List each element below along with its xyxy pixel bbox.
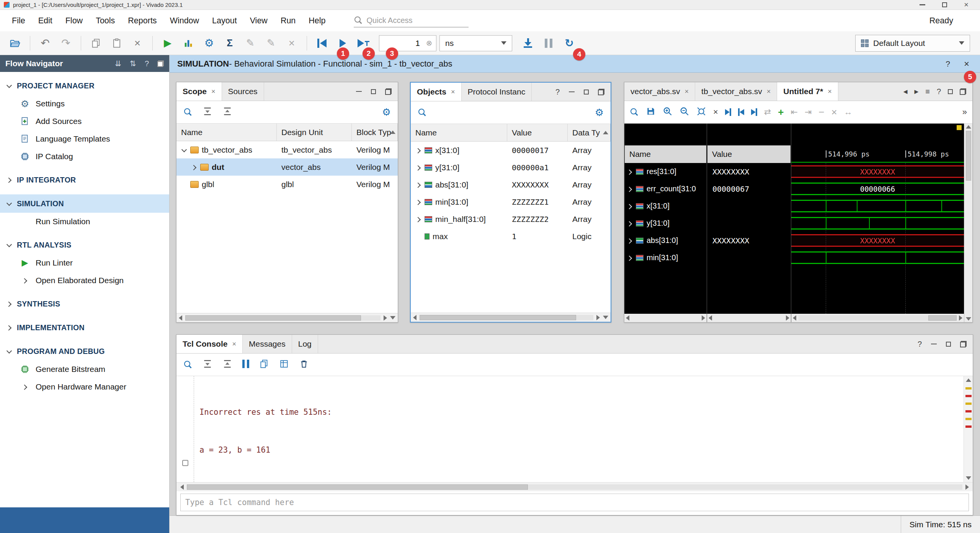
delete-button[interactable]: × — [129, 34, 146, 52]
chevron-right-icon[interactable] — [627, 186, 633, 192]
wave-value-row[interactable]: 00000067 — [707, 180, 791, 197]
column-header-design-unit[interactable]: Design Unit — [277, 124, 352, 141]
table-row[interactable]: max 1 Logic — [411, 228, 611, 245]
close-icon[interactable]: × — [451, 88, 455, 96]
sidebar-item-language-templates[interactable]: Language Templates — [0, 130, 169, 148]
vertical-scrollbar[interactable] — [964, 124, 972, 322]
horizontal-scrollbar[interactable] — [707, 314, 791, 322]
menu-run[interactable]: Run — [274, 16, 302, 26]
float-icon[interactable] — [157, 60, 164, 67]
sidebar-section-synthesis[interactable]: SYNTHESIS — [0, 295, 169, 313]
waveform-plot[interactable]: 514,996 ps 514,998 ps XXXXXXXX 00000066 … — [791, 124, 964, 322]
sidebar-item-add-sources[interactable]: Add Sources — [0, 112, 169, 130]
column-header-name[interactable]: Name — [411, 124, 507, 141]
expand-all-icon[interactable] — [222, 359, 232, 371]
wave-signal-row[interactable]: err_count[31:0 — [624, 180, 707, 197]
previous-transition-icon[interactable] — [738, 108, 744, 116]
wave-signal-row[interactable]: min[31:0] — [624, 249, 707, 266]
zoom-fit-icon[interactable] — [696, 106, 706, 118]
zoom-in-icon[interactable] — [663, 106, 673, 118]
overflow-icon[interactable]: » — [962, 107, 967, 117]
scroll-left-icon[interactable] — [180, 484, 184, 490]
horizontal-scrollbar[interactable] — [624, 314, 707, 322]
column-header-value[interactable]: Value — [707, 145, 791, 163]
time-unit-select[interactable]: ns — [439, 35, 512, 51]
pause-output-icon[interactable] — [242, 360, 249, 370]
tab-vector-abs-sv[interactable]: vector_abs.sv × — [624, 82, 695, 101]
scroll-up-icon[interactable] — [390, 130, 395, 134]
scroll-down-icon[interactable] — [966, 476, 971, 480]
help-icon[interactable]: ? — [937, 87, 941, 96]
tab-messages[interactable]: Messages — [243, 335, 292, 353]
maximize-icon[interactable] — [371, 89, 376, 94]
scroll-left-icon[interactable] — [413, 315, 416, 320]
scroll-left-icon[interactable] — [709, 315, 712, 321]
wave-signal-row[interactable]: y[31:0] — [624, 215, 707, 232]
sidebar-item-generate-bitstream[interactable]: Generate Bitstream — [0, 360, 169, 378]
settings-button[interactable]: ⚙ — [200, 34, 218, 52]
tab-objects[interactable]: Objects × — [411, 83, 462, 101]
sidebar-item-settings[interactable]: ⚙ Settings — [0, 95, 169, 112]
edit-constraints-button[interactable]: ✎ — [242, 34, 259, 52]
remove-marker-icon[interactable]: − — [818, 106, 824, 118]
float-icon[interactable] — [960, 341, 967, 347]
tab-log[interactable]: Log — [292, 335, 318, 353]
menu-edit[interactable]: Edit — [32, 16, 59, 26]
scroll-up-icon[interactable] — [966, 125, 971, 129]
sidebar-section-ip-integrator[interactable]: IP INTEGRATOR — [0, 171, 169, 189]
table-row[interactable]: x[31:0] 00000017 Array — [411, 142, 611, 159]
redo-button[interactable]: ↷ — [57, 34, 75, 52]
wave-value-row[interactable]: XXXXXXXX — [707, 163, 791, 180]
gear-icon[interactable]: ⚙ — [595, 107, 604, 119]
close-icon[interactable]: × — [232, 340, 236, 348]
tab-scroll-right-icon[interactable]: ▶ — [914, 88, 918, 95]
search-icon[interactable] — [418, 108, 427, 117]
sidebar-section-implementation[interactable]: IMPLEMENTATION — [0, 318, 169, 337]
table-row[interactable]: y[31:0] 000000a1 Array — [411, 159, 611, 176]
scroll-right-icon[interactable] — [384, 315, 387, 321]
minimize-icon[interactable] — [931, 344, 937, 345]
horizontal-scrollbar[interactable] — [791, 314, 964, 322]
tab-tcl-console[interactable]: Tcl Console × — [176, 335, 243, 353]
chevron-right-icon[interactable] — [415, 182, 421, 188]
run-flow-button[interactable]: ▶ — [159, 34, 176, 52]
scroll-right-icon[interactable] — [702, 315, 705, 321]
help-icon[interactable]: ? — [946, 59, 950, 68]
scroll-left-icon[interactable] — [626, 315, 629, 321]
scroll-down-icon[interactable] — [390, 316, 395, 319]
search-icon[interactable] — [183, 108, 193, 117]
scroll-left-icon[interactable] — [793, 315, 796, 321]
scroll-up-icon[interactable] — [603, 131, 608, 134]
go-to-time-icon[interactable] — [725, 108, 731, 116]
table-row[interactable]: glbl glbl Verilog M — [176, 176, 398, 193]
scrollbar-thumb[interactable] — [966, 131, 971, 181]
close-icon[interactable]: × — [964, 59, 969, 69]
collapse-all-icon[interactable]: ⇊ — [115, 59, 121, 68]
scroll-down-icon[interactable] — [966, 317, 971, 321]
open-project-button[interactable] — [6, 34, 24, 52]
help-icon[interactable]: ? — [145, 59, 149, 68]
maximize-icon[interactable] — [948, 89, 953, 94]
chevron-right-icon[interactable] — [627, 238, 633, 244]
sidebar-section-project-manager[interactable]: PROJECT MANAGER — [0, 77, 169, 95]
sidebar-item-ip-catalog[interactable]: IP Catalog — [0, 148, 169, 165]
edit-button[interactable]: ✎ — [262, 34, 280, 52]
sidebar-item-run-linter[interactable]: ▶ Run Linter — [0, 254, 169, 272]
help-icon[interactable]: ? — [555, 88, 560, 96]
chevron-right-icon[interactable] — [415, 216, 421, 222]
clear-time-icon[interactable]: ⊗ — [426, 39, 432, 47]
minimize-icon[interactable] — [356, 91, 362, 92]
menu-view[interactable]: View — [243, 16, 274, 26]
cancel-button[interactable]: × — [283, 34, 301, 52]
next-marker-icon[interactable]: ⇥ — [805, 107, 812, 117]
menu-layout[interactable]: Layout — [206, 16, 243, 26]
search-icon[interactable] — [630, 108, 639, 117]
column-header-name[interactable]: Name — [625, 145, 706, 163]
horizontal-scrollbar[interactable] — [176, 313, 398, 322]
restart-simulation-button[interactable] — [313, 34, 331, 52]
scroll-left-icon[interactable] — [179, 315, 182, 321]
next-transition-icon[interactable] — [751, 108, 757, 116]
marker-flag-icon[interactable] — [957, 125, 962, 130]
paste-button[interactable] — [108, 34, 126, 52]
help-icon[interactable]: ? — [918, 340, 922, 349]
